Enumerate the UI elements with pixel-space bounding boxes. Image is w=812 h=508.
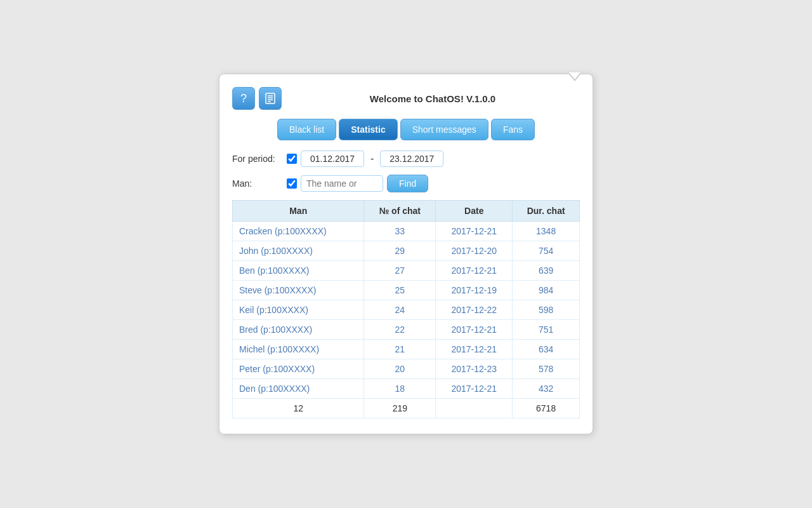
fold-corner bbox=[568, 74, 581, 81]
period-checkbox[interactable] bbox=[287, 154, 297, 164]
statistics-table: Man № of chat Date Dur. chat Cracken (p:… bbox=[232, 200, 580, 418]
cell-man: Bred (p:100XXXX) bbox=[233, 320, 364, 340]
summary-man: 12 bbox=[233, 399, 364, 418]
cell-chat-no: 33 bbox=[364, 222, 436, 241]
table-header-row: Man № of chat Date Dur. chat bbox=[233, 201, 580, 222]
man-filter-row: Man: Find bbox=[232, 175, 580, 192]
main-window: ? Welcome to ChatOS! V.1.0.0 Black list … bbox=[219, 74, 593, 434]
cell-dur: 432 bbox=[513, 379, 580, 399]
table-row: Michel (p:100XXXX) 21 2017-12-21 634 bbox=[233, 340, 580, 359]
table-row: Cracken (p:100XXXX) 33 2017-12-21 1348 bbox=[233, 222, 580, 241]
col-man: Man bbox=[233, 201, 364, 222]
cell-date: 2017-12-20 bbox=[436, 241, 513, 261]
cell-chat-no: 18 bbox=[364, 379, 436, 399]
cell-dur: 984 bbox=[513, 281, 580, 300]
cell-date: 2017-12-23 bbox=[436, 359, 513, 379]
period-label: For period: bbox=[232, 154, 283, 164]
table-row: Ben (p:100XXXX) 27 2017-12-21 639 bbox=[233, 261, 580, 281]
cell-date: 2017-12-21 bbox=[436, 261, 513, 281]
date-from-input[interactable] bbox=[301, 150, 364, 167]
table-row: Peter (p:100XXXX) 20 2017-12-23 578 bbox=[233, 359, 580, 379]
man-checkbox[interactable] bbox=[287, 178, 297, 189]
cell-dur: 639 bbox=[513, 261, 580, 281]
cell-dur: 1348 bbox=[513, 222, 580, 241]
summary-chat-no: 219 bbox=[364, 399, 436, 418]
table-row: Steve (p:100XXXX) 25 2017-12-19 984 bbox=[233, 281, 580, 300]
cell-chat-no: 20 bbox=[364, 359, 436, 379]
col-dur: Dur. chat bbox=[513, 201, 580, 222]
cell-man: Cracken (p:100XXXX) bbox=[233, 222, 364, 241]
cell-man: Peter (p:100XXXX) bbox=[233, 359, 364, 379]
cell-man: Ben (p:100XXXX) bbox=[233, 261, 364, 281]
cell-man: Michel (p:100XXXX) bbox=[233, 340, 364, 359]
period-filter-row: For period: - bbox=[232, 150, 580, 167]
doc-button[interactable] bbox=[259, 87, 282, 110]
table-row: John (p:100XXXX) 29 2017-12-20 754 bbox=[233, 241, 580, 261]
cell-chat-no: 24 bbox=[364, 300, 436, 320]
table-summary-row: 12 219 6718 bbox=[233, 399, 580, 418]
cell-dur: 751 bbox=[513, 320, 580, 340]
cell-dur: 634 bbox=[513, 340, 580, 359]
help-button[interactable]: ? bbox=[232, 87, 255, 110]
summary-date bbox=[436, 399, 513, 418]
cell-date: 2017-12-21 bbox=[436, 340, 513, 359]
find-button[interactable]: Find bbox=[387, 175, 428, 192]
cell-chat-no: 25 bbox=[364, 281, 436, 300]
cell-dur: 754 bbox=[513, 241, 580, 261]
cell-date: 2017-12-19 bbox=[436, 281, 513, 300]
app-title: Welcome to ChatOS! V.1.0.0 bbox=[285, 93, 580, 104]
cell-date: 2017-12-21 bbox=[436, 320, 513, 340]
nav-short-messages[interactable]: Short messages bbox=[400, 119, 488, 140]
nav-blacklist[interactable]: Black list bbox=[277, 119, 336, 140]
date-separator: - bbox=[368, 153, 376, 164]
date-to-input[interactable] bbox=[380, 150, 443, 167]
cell-man: Steve (p:100XXXX) bbox=[233, 281, 364, 300]
name-input[interactable] bbox=[301, 175, 383, 192]
nav-bar: Black list Statistic Short messages Fans bbox=[232, 119, 580, 140]
cell-chat-no: 29 bbox=[364, 241, 436, 261]
col-date: Date bbox=[436, 201, 513, 222]
man-label: Man: bbox=[232, 178, 283, 189]
cell-chat-no: 27 bbox=[364, 261, 436, 281]
cell-dur: 598 bbox=[513, 300, 580, 320]
nav-fans[interactable]: Fans bbox=[491, 119, 535, 140]
cell-man: John (p:100XXXX) bbox=[233, 241, 364, 261]
table-row: Bred (p:100XXXX) 22 2017-12-21 751 bbox=[233, 320, 580, 340]
cell-chat-no: 22 bbox=[364, 320, 436, 340]
cell-chat-no: 21 bbox=[364, 340, 436, 359]
cell-date: 2017-12-21 bbox=[436, 379, 513, 399]
cell-man: Den (p:100XXXX) bbox=[233, 379, 364, 399]
nav-statistic[interactable]: Statistic bbox=[339, 119, 397, 140]
col-chat-no: № of chat bbox=[364, 201, 436, 222]
toolbar: ? Welcome to ChatOS! V.1.0.0 bbox=[232, 87, 580, 110]
cell-man: Keil (p:100XXXX) bbox=[233, 300, 364, 320]
table-row: Keil (p:100XXXX) 24 2017-12-22 598 bbox=[233, 300, 580, 320]
cell-date: 2017-12-21 bbox=[436, 222, 513, 241]
table-row: Den (p:100XXXX) 18 2017-12-21 432 bbox=[233, 379, 580, 399]
cell-dur: 578 bbox=[513, 359, 580, 379]
summary-dur: 6718 bbox=[513, 399, 580, 418]
cell-date: 2017-12-22 bbox=[436, 300, 513, 320]
